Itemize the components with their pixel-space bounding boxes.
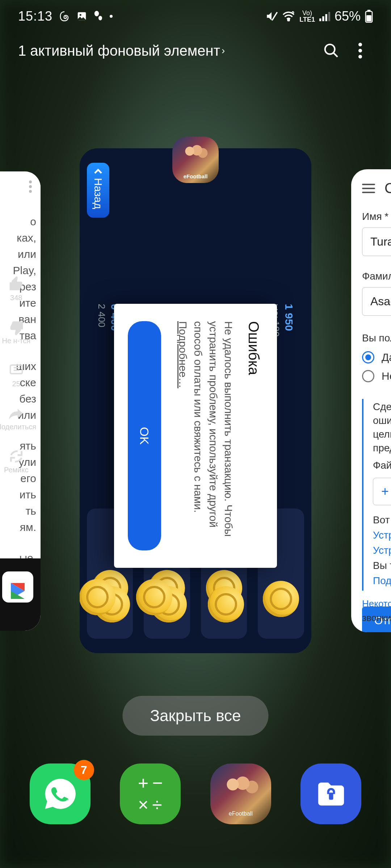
recents-cards: Назад 1 950 ые: 180 Оплаче 3 250 Беспла … — [0, 148, 391, 684]
question-label: Вы получи — [362, 332, 391, 344]
mute-icon — [265, 10, 278, 22]
link[interactable]: Поддерж — [373, 575, 391, 586]
svg-point-13 — [325, 44, 335, 54]
hamburger-icon[interactable] — [362, 184, 375, 193]
comments-button[interactable]: 25 — [8, 362, 24, 388]
surname-label: Фамилия * — [362, 271, 391, 282]
radio-no[interactable]: Нет — [362, 370, 391, 382]
svg-rect-9 — [328, 12, 330, 21]
remix-button[interactable]: Ремикс — [4, 448, 28, 474]
dock-calculator-icon[interactable]: +−×÷ — [120, 763, 181, 824]
notification-icon — [94, 11, 103, 22]
left-card-actions: 348 Не н-тся 25 Поделиться Ремикс — [0, 276, 36, 474]
svg-point-3 — [98, 16, 102, 21]
dock-whatsapp-icon[interactable]: 7 — [30, 763, 91, 824]
dialog-ok-button[interactable]: OK — [128, 321, 161, 550]
help-links: Вот как с Устройст Устройст Вы также Под… — [373, 512, 391, 588]
footer-text: Некоторые данные буд звонки в сл — [362, 597, 391, 625]
wifi-icon — [282, 11, 295, 21]
name-field[interactable]: Tural — [362, 227, 391, 256]
volte-indicator: Vo) LTE1 — [299, 10, 315, 23]
more-icon[interactable] — [29, 180, 32, 194]
back-button[interactable]: Назад — [87, 163, 109, 218]
like-button[interactable]: 348 — [8, 276, 24, 302]
svg-rect-12 — [366, 15, 371, 21]
dialog-body: Не удалось выполнить транзакцию. Чтобы у… — [175, 321, 236, 550]
background-apps-label[interactable]: 1 активный фоновый элемент› — [18, 43, 225, 59]
gallery-icon — [76, 11, 87, 22]
recents-header: 1 активный фоновый элемент› — [0, 38, 391, 63]
svg-point-23 — [29, 185, 32, 188]
link[interactable]: Устройст — [373, 529, 391, 541]
svg-line-4 — [272, 12, 277, 21]
dock: 7 +−×÷ eFootball — [0, 756, 391, 832]
dislike-button[interactable]: Не н-тся — [2, 319, 30, 345]
svg-point-1 — [80, 14, 81, 16]
svg-rect-26 — [329, 792, 333, 800]
svg-point-24 — [29, 190, 32, 193]
error-dialog: Ошибка Не удалось выполнить транзакцию. … — [114, 304, 277, 568]
center-app-icon[interactable]: eFootball — [172, 137, 219, 183]
svg-rect-8 — [325, 14, 327, 21]
right-title: Спр — [384, 180, 391, 196]
svg-point-22 — [29, 180, 32, 183]
dock-efootball-icon[interactable]: eFootball — [210, 763, 271, 824]
info-block: Сделайт ошибке. целиком предста Файл не … — [362, 399, 391, 591]
svg-point-16 — [358, 49, 362, 52]
signal-icon — [319, 11, 330, 21]
link[interactable]: Устройст — [373, 545, 391, 556]
dock-secure-folder-icon[interactable] — [300, 763, 361, 824]
upload-button[interactable]: +Вы — [373, 478, 391, 505]
recents-card-right[interactable]: Спр Имя * Tural Фамилия * Asadov Вы полу… — [351, 169, 391, 632]
name-label: Имя * — [362, 211, 391, 222]
svg-line-14 — [333, 53, 338, 57]
radio-yes[interactable]: Да — [362, 351, 391, 363]
whatsapp-badge: 7 — [74, 760, 94, 780]
threads-icon — [59, 11, 70, 22]
svg-rect-25 — [10, 365, 22, 374]
battery-percent: 65% — [335, 9, 361, 24]
svg-point-2 — [94, 11, 99, 16]
dialog-title: Ошибка — [245, 321, 262, 550]
svg-point-17 — [358, 55, 362, 59]
surname-field[interactable]: Asadov — [362, 287, 391, 316]
share-button[interactable]: Поделиться — [0, 405, 36, 431]
recents-card-left[interactable]: о ках, или Play, рез ите ван тва ших ске… — [0, 171, 41, 631]
battery-icon — [365, 10, 373, 23]
svg-point-15 — [358, 43, 362, 46]
svg-point-5 — [288, 19, 290, 21]
statusbar-time: 15:13 — [18, 9, 52, 24]
close-all-button[interactable]: Закрыть все — [122, 696, 268, 736]
recents-card-center[interactable]: Назад 1 950 ые: 180 Оплаче 3 250 Беспла … — [80, 148, 311, 653]
google-play-icon[interactable] — [2, 571, 33, 603]
search-icon[interactable] — [319, 38, 344, 63]
more-dot-icon — [110, 15, 113, 18]
svg-rect-6 — [319, 18, 321, 21]
dialog-more-link[interactable]: Подробнее… — [177, 321, 189, 388]
status-bar: 15:13 Vo) LTE1 65% — [0, 0, 391, 33]
more-icon[interactable] — [348, 38, 373, 63]
svg-rect-7 — [322, 16, 324, 21]
